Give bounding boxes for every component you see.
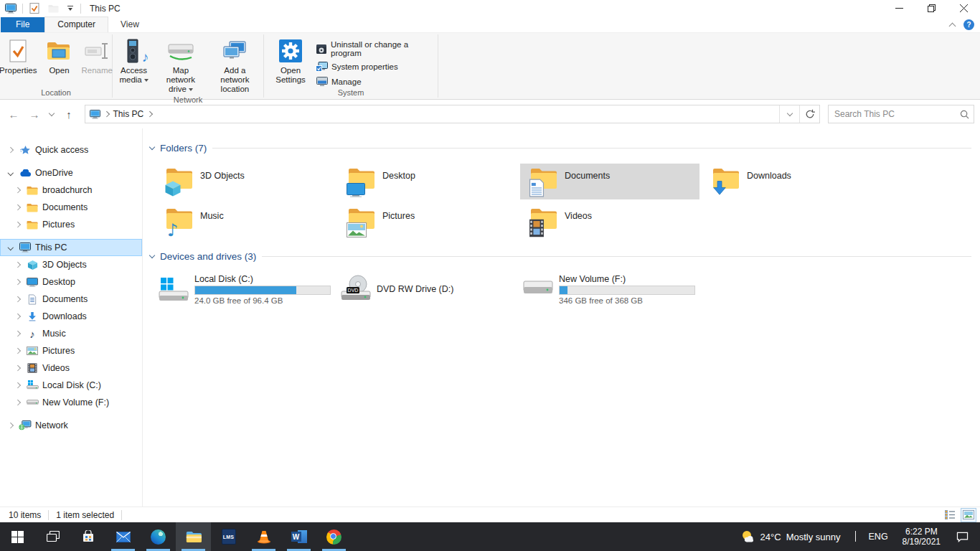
open-settings-button[interactable]: Open Settings: [268, 35, 313, 86]
start-button[interactable]: [0, 522, 35, 551]
sidebar-item-3d-objects[interactable]: 3D Objects: [0, 256, 142, 273]
sidebar-item-local-disk-c[interactable]: Local Disk (C:): [0, 377, 142, 394]
folder-tile-videos[interactable]: Videos: [520, 204, 699, 240]
qat-new-folder-button[interactable]: [46, 1, 60, 16]
minimize-ribbon-icon[interactable]: [949, 22, 956, 29]
chevron-right-icon[interactable]: [8, 147, 14, 153]
qat-properties-button[interactable]: [27, 1, 42, 16]
tab-view[interactable]: View: [108, 17, 151, 32]
sidebar-item-network[interactable]: Network: [0, 417, 142, 434]
breadcrumb-chevron-icon[interactable]: [104, 111, 110, 117]
customize-qat-dropdown[interactable]: [65, 6, 76, 11]
recent-locations-dropdown[interactable]: [46, 105, 57, 123]
open-button[interactable]: Open: [42, 35, 76, 77]
sidebar-item-onedrive[interactable]: OneDrive: [0, 164, 142, 182]
sidebar-item-videos[interactable]: Videos: [0, 359, 142, 377]
uninstall-program-button[interactable]: Uninstall or change a program: [316, 40, 430, 57]
sidebar-item-this-pc[interactable]: This PC: [0, 239, 142, 256]
chrome-button[interactable]: [316, 522, 352, 551]
drive-tile-dvd-d[interactable]: DVD DVD RW Drive (D:): [338, 270, 517, 308]
sidebar-item-downloads[interactable]: Downloads: [0, 308, 142, 325]
help-button[interactable]: ?: [963, 19, 974, 30]
tab-file[interactable]: File: [1, 17, 44, 32]
chevron-right-icon[interactable]: [15, 279, 21, 285]
system-properties-button[interactable]: System properties: [316, 61, 430, 72]
lms-app-button[interactable]: LMS: [211, 522, 246, 551]
window-title: This PC: [90, 4, 121, 14]
sidebar-item-onedrive-pictures[interactable]: Pictures: [0, 216, 142, 233]
sidebar-item-onedrive-documents[interactable]: Documents: [0, 199, 142, 216]
minimize-button[interactable]: [883, 0, 915, 17]
sidebar-item-quick-access[interactable]: Quick access: [0, 141, 142, 159]
address-bar[interactable]: This PC: [85, 105, 820, 123]
address-dropdown-button[interactable]: [779, 105, 799, 123]
close-button[interactable]: [948, 0, 980, 17]
clock[interactable]: 6:22 PM 8/19/2021: [895, 527, 948, 547]
sidebar-item-desktop[interactable]: Desktop: [0, 273, 142, 291]
chevron-right-icon[interactable]: [15, 262, 21, 268]
chevron-right-icon[interactable]: [15, 296, 21, 302]
sidebar-item-pictures[interactable]: Pictures: [0, 342, 142, 359]
task-view-button[interactable]: [35, 522, 70, 551]
details-view-button[interactable]: [943, 509, 957, 522]
large-icons-view-button[interactable]: [961, 509, 976, 522]
chevron-right-icon[interactable]: [15, 187, 21, 193]
restore-button[interactable]: [915, 0, 948, 17]
folder-tile-3d-objects[interactable]: 3D Objects: [156, 164, 335, 199]
chevron-down-icon[interactable]: [149, 144, 155, 150]
folder-icon: [25, 186, 39, 195]
sidebar-item-broadchurch[interactable]: broadchurch: [0, 182, 142, 199]
folder-tile-pictures[interactable]: Pictures: [338, 204, 517, 240]
search-box[interactable]: [828, 105, 974, 123]
chevron-right-icon[interactable]: [15, 204, 21, 210]
language-indicator[interactable]: ENG: [862, 532, 895, 542]
chevron-right-icon[interactable]: [15, 222, 21, 227]
refresh-button[interactable]: [799, 105, 819, 123]
manage-button[interactable]: Manage: [316, 76, 430, 88]
tab-computer[interactable]: Computer: [44, 17, 108, 32]
sidebar-item-new-volume-f[interactable]: New Volume (F:): [0, 394, 142, 411]
chevron-right-icon[interactable]: [15, 365, 21, 371]
forward-button[interactable]: →: [25, 105, 44, 123]
breadcrumb-this-pc[interactable]: This PC: [113, 109, 144, 119]
microsoft-store-button[interactable]: [70, 522, 105, 551]
chevron-down-icon[interactable]: [8, 245, 14, 250]
chevron-right-icon[interactable]: [15, 314, 21, 319]
action-center-button[interactable]: [948, 532, 976, 542]
chevron-down-icon[interactable]: [8, 170, 14, 176]
devices-section-header[interactable]: Devices and drives (3): [150, 251, 971, 262]
add-network-location-button[interactable]: Add a network location: [207, 35, 263, 95]
folder-tile-downloads[interactable]: Downloads: [702, 164, 882, 199]
file-explorer-button[interactable]: [176, 522, 211, 551]
chevron-down-icon[interactable]: [149, 253, 155, 258]
chevron-right-icon[interactable]: [15, 331, 21, 336]
chevron-right-icon[interactable]: [8, 423, 14, 428]
quick-access-toolbar: This PC: [0, 1, 121, 16]
access-media-button[interactable]: ♪ Access media: [113, 35, 155, 86]
breadcrumb-chevron-icon[interactable]: [147, 111, 153, 117]
drive-tile-local-disk-c[interactable]: Local Disk (C:) 24.0 GB free of 96.4 GB: [156, 270, 335, 308]
folders-section-header[interactable]: Folders (7): [150, 143, 971, 154]
properties-button[interactable]: Properties: [0, 35, 42, 77]
map-network-drive-button[interactable]: Map network drive: [155, 35, 207, 95]
drive-tile-new-volume-f[interactable]: New Volume (F:) 346 GB free of 368 GB: [520, 270, 699, 308]
sidebar-item-music[interactable]: ♪ Music: [0, 325, 142, 342]
folder-tile-music[interactable]: ♪ Music: [156, 204, 335, 240]
folder-tile-desktop[interactable]: Desktop: [338, 164, 517, 199]
chevron-right-icon[interactable]: [15, 382, 21, 388]
chevron-right-icon[interactable]: [15, 348, 21, 354]
vlc-button[interactable]: [246, 522, 281, 551]
sidebar-item-documents[interactable]: Documents: [0, 291, 142, 308]
back-button[interactable]: ←: [4, 105, 23, 123]
tray-overflow-button[interactable]: [849, 532, 862, 542]
up-button[interactable]: ↑: [60, 105, 78, 123]
mail-button[interactable]: [105, 522, 141, 551]
folder-tile-documents[interactable]: Documents: [520, 164, 699, 199]
word-button[interactable]: W: [281, 522, 316, 551]
search-icon[interactable]: [960, 110, 969, 119]
search-input[interactable]: [834, 109, 960, 119]
weather-widget[interactable]: 24°C Mostly sunny: [732, 529, 849, 544]
network-location-icon: [222, 38, 247, 64]
chevron-right-icon[interactable]: [15, 400, 21, 405]
edge-button[interactable]: [141, 522, 176, 551]
